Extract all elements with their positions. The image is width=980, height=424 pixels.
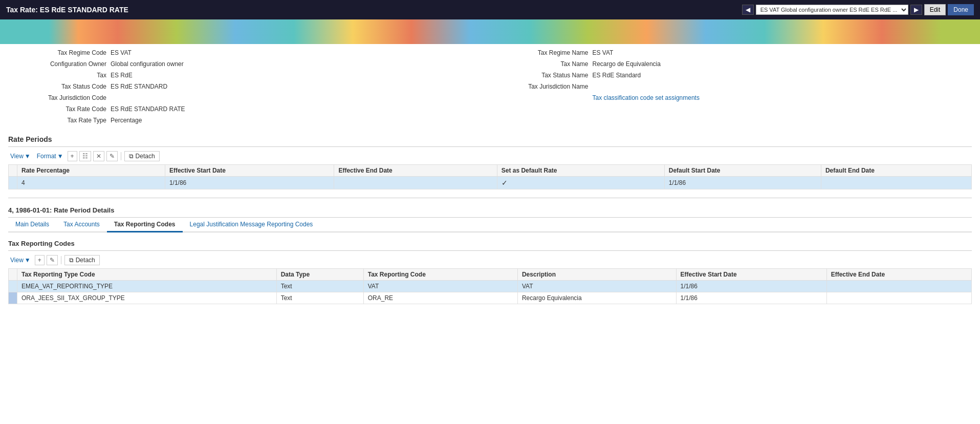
label-jurisdiction-code: Tax Jurisdiction Code bbox=[8, 94, 111, 101]
value-tax-name: Recargo de Equivalencia bbox=[593, 60, 661, 68]
tab-tax-accounts[interactable]: Tax Accounts bbox=[56, 218, 107, 232]
trc-toolbar-separator bbox=[61, 256, 61, 264]
trc-cell-data-type-1: Text bbox=[276, 281, 363, 292]
trc-detach-button[interactable]: ⧉ Detach bbox=[64, 255, 100, 265]
value-status-name: ES RdE Standard bbox=[593, 72, 641, 79]
trc-detach-label: Detach bbox=[76, 257, 95, 264]
trc-edit-button[interactable]: ✎ bbox=[47, 255, 58, 265]
trc-view-button[interactable]: View ▼ bbox=[8, 256, 33, 265]
label-regime-code: Tax Regime Code bbox=[8, 49, 111, 56]
form-row-config-owner: Configuration Owner Global configuration… bbox=[8, 59, 490, 69]
form-row-jurisdiction-name: Tax Jurisdiction Name bbox=[490, 82, 972, 91]
form-row-tax: Tax ES RdE bbox=[8, 71, 490, 80]
trc-col-data-type: Data Type bbox=[276, 269, 363, 281]
label-status-code: Tax Status Code bbox=[8, 83, 111, 90]
form-row-rate-code: Tax Rate Code ES RdE STANDARD RATE bbox=[8, 104, 490, 114]
form-left-col: Tax Regime Code ES VAT Configuration Own… bbox=[8, 48, 490, 127]
trc-col-description: Description bbox=[517, 269, 676, 281]
form-row-regime-name: Tax Regime Name ES VAT bbox=[490, 48, 972, 57]
trc-cell-data-type-2: Text bbox=[276, 292, 363, 304]
value-rate-code: ES RdE STANDARD RATE bbox=[111, 105, 185, 113]
table-header-row: Rate Percentage Effective Start Date Eff… bbox=[9, 165, 972, 177]
trc-cell-type-code-2: ORA_JEES_SII_TAX_GROUP_TYPE bbox=[17, 292, 277, 304]
tab-legal-justification[interactable]: Legal Justification Message Reporting Co… bbox=[183, 218, 320, 232]
form-row-regime-code: Tax Regime Code ES VAT bbox=[8, 48, 490, 57]
label-jurisdiction-name: Tax Jurisdiction Name bbox=[490, 83, 593, 90]
table-row[interactable]: EMEA_VAT_REPORTING_TYPE Text VAT VAT 1/1… bbox=[9, 281, 972, 292]
classification-link[interactable]: Tax classification code set assignments bbox=[593, 94, 700, 101]
tab-main-details[interactable]: Main Details bbox=[8, 218, 56, 232]
format-label: Format bbox=[37, 153, 56, 160]
nav-next-button[interactable]: ▶ bbox=[910, 5, 922, 15]
table-row[interactable]: 4 1/1/86 ✓ 1/1/86 bbox=[9, 177, 972, 189]
rate-period-details-heading: 4, 1986-01-01: Rate Period Details bbox=[8, 202, 972, 218]
label-rate-code: Tax Rate Code bbox=[8, 105, 111, 113]
page-header: Tax Rate: ES RdE STANDARD RATE ◀ ES VAT … bbox=[0, 0, 980, 19]
edit-row-button[interactable]: ✎ bbox=[106, 151, 118, 161]
col-default-end-date: Default End Date bbox=[821, 165, 971, 177]
done-button[interactable]: Done bbox=[948, 4, 974, 15]
trc-add-button[interactable]: + bbox=[35, 255, 45, 265]
label-config-owner: Configuration Owner bbox=[8, 60, 111, 68]
form-right-col: Tax Regime Name ES VAT Tax Name Recargo … bbox=[490, 48, 972, 127]
form-row-status-code: Tax Status Code ES RdE STANDARD bbox=[8, 82, 490, 91]
row-selector bbox=[9, 177, 17, 189]
value-status-code: ES RdE STANDARD bbox=[111, 83, 167, 90]
col-effective-end-date: Effective End Date bbox=[334, 165, 497, 177]
label-tax-name: Tax Name bbox=[490, 60, 593, 68]
detach-icon: ⧉ bbox=[129, 153, 134, 160]
rate-period-details-section: 4, 1986-01-01: Rate Period Details Main … bbox=[8, 198, 972, 304]
rate-periods-toolbar: View ▼ Format ▼ + ☷ ✕ ✎ ⧉ Detach bbox=[8, 150, 972, 162]
edit-button[interactable]: Edit bbox=[924, 4, 946, 15]
trc-cell-description-1: VAT bbox=[517, 281, 676, 292]
trc-cell-description-2: Recargo Equivalencia bbox=[517, 292, 676, 304]
cell-default-end-date bbox=[821, 177, 971, 189]
tab-tax-reporting-codes[interactable]: Tax Reporting Codes bbox=[107, 218, 183, 232]
delete-row-button[interactable]: ✕ bbox=[93, 151, 104, 161]
label-tax: Tax bbox=[8, 72, 111, 79]
toolbar-separator bbox=[121, 152, 121, 160]
col-selector bbox=[9, 165, 17, 177]
form-row-tax-name: Tax Name Recargo de Equivalencia bbox=[490, 59, 972, 69]
detach-button[interactable]: ⧉ Detach bbox=[124, 151, 160, 161]
tax-reporting-codes-table: Tax Reporting Type Code Data Type Tax Re… bbox=[8, 268, 972, 304]
trc-cell-start-date-2: 1/1/86 bbox=[676, 292, 826, 304]
col-default-start-date: Default Start Date bbox=[664, 165, 821, 177]
trc-cell-reporting-code-1: VAT bbox=[363, 281, 517, 292]
form-row-classification-link: Tax classification code set assignments bbox=[490, 93, 972, 102]
trc-cell-end-date-2 bbox=[826, 292, 971, 304]
col-set-as-default: Set as Default Rate bbox=[497, 165, 664, 177]
row-details-button[interactable]: ☷ bbox=[79, 151, 91, 161]
trc-cell-end-date-1 bbox=[826, 281, 971, 292]
trc-detach-icon: ⧉ bbox=[69, 257, 74, 264]
trc-row-selector-2 bbox=[9, 292, 17, 304]
rate-periods-heading: Rate Periods bbox=[8, 131, 972, 147]
view-button[interactable]: View ▼ bbox=[8, 152, 33, 161]
form-section: Tax Regime Code ES VAT Configuration Own… bbox=[8, 48, 972, 127]
format-button[interactable]: Format ▼ bbox=[35, 152, 66, 161]
trc-cell-type-code-1: EMEA_VAT_REPORTING_TYPE bbox=[17, 281, 277, 292]
label-rate-type: Tax Rate Type bbox=[8, 117, 111, 124]
page-title: Tax Rate: ES RdE STANDARD RATE bbox=[6, 6, 128, 14]
tabs-container: Main Details Tax Accounts Tax Reporting … bbox=[8, 218, 972, 232]
banner-strip bbox=[0, 19, 980, 44]
value-tax: ES RdE bbox=[111, 72, 133, 79]
view-dropdown-icon: ▼ bbox=[25, 153, 31, 160]
trc-col-type-code: Tax Reporting Type Code bbox=[17, 269, 277, 281]
header-right: ◀ ES VAT Global configuration owner ES R… bbox=[742, 4, 974, 15]
form-row-status-name: Tax Status Name ES RdE Standard bbox=[490, 71, 972, 80]
nav-prev-button[interactable]: ◀ bbox=[742, 5, 754, 15]
trc-view-label: View bbox=[10, 257, 24, 264]
main-content: Tax Regime Code ES VAT Configuration Own… bbox=[0, 44, 980, 308]
cell-effective-end-date bbox=[334, 177, 497, 189]
col-rate-percentage: Rate Percentage bbox=[17, 165, 165, 177]
nav-select[interactable]: ES VAT Global configuration owner ES RdE… bbox=[756, 5, 908, 15]
value-rate-type: Percentage bbox=[111, 117, 142, 124]
view-label: View bbox=[10, 153, 24, 160]
table-row[interactable]: ORA_JEES_SII_TAX_GROUP_TYPE Text ORA_RE … bbox=[9, 292, 972, 304]
trc-col-end-date: Effective End Date bbox=[826, 269, 971, 281]
cell-rate-percentage: 4 bbox=[17, 177, 165, 189]
value-config-owner: Global configuration owner bbox=[111, 60, 184, 68]
add-row-button[interactable]: + bbox=[68, 151, 77, 161]
cell-effective-start-date: 1/1/86 bbox=[165, 177, 334, 189]
